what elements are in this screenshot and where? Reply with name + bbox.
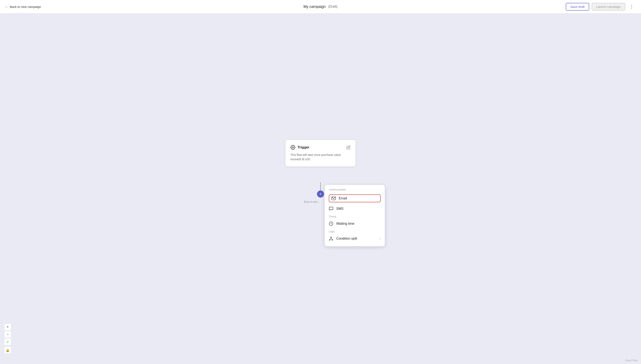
sms-icon	[329, 206, 333, 211]
email-menu-item[interactable]: Email	[325, 192, 385, 204]
waiting-time-menu-item[interactable]: Waiting time	[325, 219, 385, 228]
header-center: My campaign (Draft)	[304, 4, 338, 9]
trigger-icon	[290, 145, 296, 150]
timing-section-label: Timing	[325, 215, 385, 218]
chevron-right-icon: ›	[380, 237, 380, 240]
launch-campaign-button: Launch campaign	[592, 3, 625, 10]
sms-label: SMS	[336, 207, 380, 210]
campaign-title: My campaign	[304, 4, 326, 9]
svg-point-13	[332, 240, 333, 240]
end-of-canvas-label: End of cam...	[304, 200, 320, 203]
condition-split-label: Condition split	[336, 237, 377, 240]
svg-point-12	[330, 240, 330, 240]
logic-section-label: Logic	[325, 230, 385, 233]
header: ← Back to new campaign My campaign (Draf…	[0, 0, 641, 14]
email-icon	[331, 196, 336, 201]
split-icon	[329, 236, 333, 241]
draft-badge: (Draft)	[328, 5, 338, 8]
back-button[interactable]: ← Back to new campaign	[5, 5, 41, 8]
svg-line-16	[331, 238, 332, 240]
arrow-left-icon: ←	[5, 5, 8, 8]
svg-rect-7	[329, 207, 333, 210]
canvas: Trigger This flow will start once purcha…	[0, 14, 641, 364]
trigger-header: Trigger	[290, 145, 350, 150]
svg-point-11	[331, 237, 332, 238]
zoom-out-button[interactable]: −	[4, 331, 11, 338]
trigger-title: Trigger	[298, 145, 310, 150]
back-label: Back to new campaign	[10, 5, 41, 8]
more-options-button[interactable]: ⋮	[628, 3, 636, 10]
svg-point-1	[292, 147, 294, 148]
trigger-title-group: Trigger	[290, 145, 310, 150]
communication-section-label: Communication	[325, 188, 385, 191]
save-draft-button[interactable]: Save draft	[566, 3, 589, 10]
sms-menu-item[interactable]: SMS	[325, 204, 385, 213]
email-label: Email	[339, 196, 378, 200]
svg-line-15	[330, 238, 331, 240]
fit-view-button[interactable]: ⤢	[4, 338, 11, 345]
waiting-time-label: Waiting time	[336, 222, 380, 226]
edit-icon[interactable]	[346, 145, 350, 150]
connector-line	[320, 182, 321, 190]
header-right: Save draft Launch campaign ⋮	[566, 3, 636, 10]
watermark: React Flow	[625, 359, 638, 362]
zoom-in-button[interactable]: +	[4, 323, 11, 330]
step-dropdown-menu: Communication Email	[325, 185, 385, 246]
trigger-description: This flow will start once purchase value…	[290, 153, 350, 162]
condition-split-menu-item[interactable]: Condition split ›	[325, 234, 385, 243]
trigger-node: Trigger This flow will start once purcha…	[285, 140, 356, 167]
zoom-controls: + − ⤢ 🔒	[4, 323, 11, 354]
add-step-button[interactable]: +	[317, 190, 324, 198]
more-icon: ⋮	[630, 4, 634, 9]
clock-icon	[329, 222, 333, 226]
lock-button[interactable]: 🔒	[4, 346, 11, 354]
